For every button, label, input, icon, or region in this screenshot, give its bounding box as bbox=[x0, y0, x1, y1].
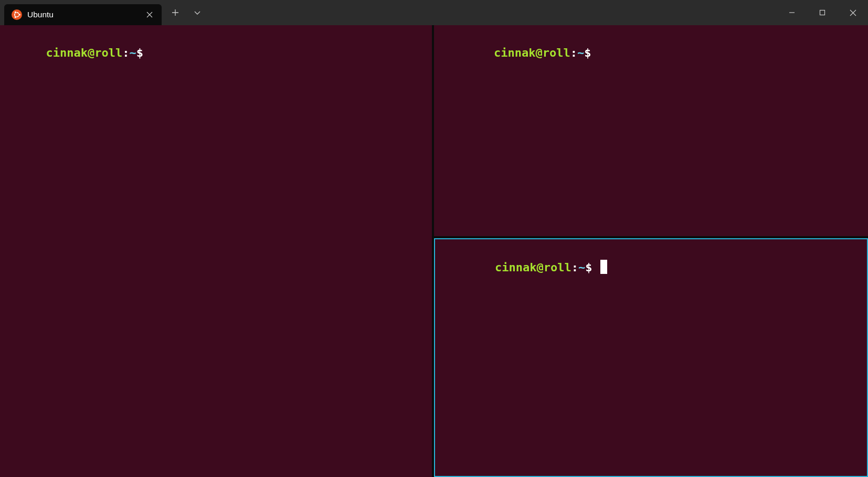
prompt-line: cinnak@roll:~$ bbox=[439, 245, 863, 290]
prompt-path: ~ bbox=[577, 46, 584, 59]
new-tab-button[interactable] bbox=[166, 3, 185, 22]
minimize-button[interactable] bbox=[777, 0, 807, 25]
svg-point-2 bbox=[18, 14, 20, 16]
svg-rect-5 bbox=[820, 10, 825, 15]
terminal-pane-top-right[interactable]: cinnak@roll:~$ bbox=[434, 25, 868, 238]
tab-close-button[interactable] bbox=[145, 10, 154, 19]
prompt-line: cinnak@roll:~$ bbox=[438, 30, 864, 76]
prompt-colon: : bbox=[570, 46, 577, 59]
svg-point-4 bbox=[14, 16, 16, 18]
tab-label: Ubuntu bbox=[27, 10, 140, 19]
titlebar: Ubuntu bbox=[0, 0, 868, 25]
prompt-line: cinnak@roll:~$ bbox=[4, 30, 428, 76]
tab-ubuntu[interactable]: Ubuntu bbox=[4, 4, 162, 25]
close-button[interactable] bbox=[838, 0, 868, 25]
prompt-user-host: cinnak@roll bbox=[495, 261, 571, 274]
terminal-pane-bottom-right-active[interactable]: cinnak@roll:~$ bbox=[434, 238, 868, 477]
prompt-path: ~ bbox=[129, 46, 136, 59]
prompt-dollar: $ bbox=[585, 261, 592, 274]
prompt-colon: : bbox=[571, 261, 578, 274]
cursor-block bbox=[600, 260, 607, 274]
prompt-space bbox=[592, 261, 599, 274]
window-controls bbox=[777, 0, 868, 25]
prompt-path: ~ bbox=[578, 261, 585, 274]
prompt-dollar: $ bbox=[136, 46, 143, 59]
tab-dropdown-button[interactable] bbox=[188, 3, 207, 22]
prompt-user-host: cinnak@roll bbox=[494, 46, 570, 59]
titlebar-left: Ubuntu bbox=[0, 0, 207, 25]
prompt-dollar: $ bbox=[584, 46, 591, 59]
terminal-pane-right-group: cinnak@roll:~$ cinnak@roll:~$ bbox=[434, 25, 868, 477]
prompt-user-host: cinnak@roll bbox=[46, 46, 122, 59]
terminal-pane-left[interactable]: cinnak@roll:~$ bbox=[0, 25, 434, 477]
ubuntu-icon bbox=[12, 9, 22, 20]
prompt-colon: : bbox=[122, 46, 129, 59]
terminal-area: cinnak@roll:~$ cinnak@roll:~$ cinnak@rol… bbox=[0, 25, 868, 477]
prompt-space bbox=[143, 46, 150, 59]
maximize-button[interactable] bbox=[807, 0, 838, 25]
prompt-space bbox=[591, 46, 598, 59]
svg-point-3 bbox=[14, 11, 16, 13]
